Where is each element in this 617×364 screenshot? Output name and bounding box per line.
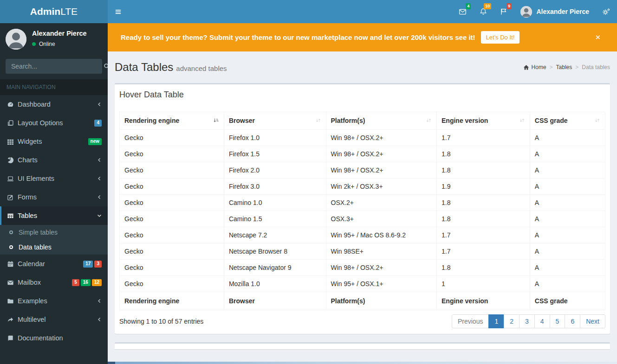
table-row: GeckoNetscape 7.2Win 95+ / Mac OS 8.6-9.… [120, 227, 605, 243]
sidebar-item-examples[interactable]: Examples [0, 292, 108, 310]
table-cell: Win 95+ / Mac OS 8.6-9.2 [326, 227, 436, 243]
box-body: Rendering engineBrowserPlatform(s)Engine… [115, 112, 610, 334]
examples-icon [7, 298, 14, 305]
column-header-browser[interactable]: Browser [224, 112, 326, 130]
home-icon [523, 64, 529, 70]
table-row: GeckoFirefox 1.0Win 98+ / OSX.2+1.7A [120, 130, 605, 146]
sidebar-item-tables[interactable]: Tables [0, 206, 108, 225]
layout-options-icon [7, 120, 14, 127]
page-button-previous[interactable]: Previous [452, 314, 489, 328]
avatar [520, 6, 532, 18]
page-subtitle: advanced tables [176, 64, 227, 72]
navbar: 4 10 9 Alexander Pierce [108, 0, 617, 23]
table-cell: Gecko [120, 260, 224, 276]
table-footer-row: Showing 1 to 10 of 57 entries Previous12… [119, 314, 605, 328]
table-cell: A [530, 130, 605, 146]
forms-icon [7, 194, 14, 201]
table-row: GeckoMozilla 1.0Win 95+ / OSX.1+1A [120, 276, 605, 292]
table-cell: Mozilla 1.0 [224, 276, 326, 292]
menu-badge: 4 [94, 120, 102, 127]
breadcrumb-link-home[interactable]: Home [523, 64, 546, 70]
sidebar-subitem-data-tables[interactable]: Data tables [0, 240, 108, 255]
sidebar-item-multilevel[interactable]: Multilevel [0, 310, 108, 329]
table-cell: 1.8 [437, 260, 530, 276]
sidebar-item-documentation[interactable]: Documentation [0, 329, 108, 347]
hamburger-icon [115, 8, 122, 15]
tables-icon [7, 212, 14, 219]
sidebar-item-calendar[interactable]: Calendar173 [0, 255, 108, 273]
sidebar-item-label: Tables [18, 212, 97, 219]
sidebar-item-mailbox[interactable]: Mailbox51612 [0, 273, 108, 292]
messages-menu-button[interactable]: 4 [452, 0, 473, 23]
column-header-platform-s[interactable]: Platform(s) [326, 112, 436, 130]
table-cell: A [530, 211, 605, 227]
table-cell: Gecko [120, 179, 224, 195]
table-row: GeckoFirefox 2.0Win 98+ / OSX.2+1.8A [120, 162, 605, 179]
control-sidebar-button[interactable] [596, 0, 617, 23]
sidebar-item-forms[interactable]: Forms [0, 188, 108, 206]
sidebar-item-dashboard[interactable]: Dashboard [0, 95, 108, 114]
table-cell: Gecko [120, 195, 224, 211]
data-table: Rendering engineBrowserPlatform(s)Engine… [119, 112, 605, 310]
table-cell: A [530, 162, 605, 179]
notifications-menu-button[interactable]: 10 [473, 0, 494, 23]
table-cell: OSX.2+ [326, 195, 436, 211]
page-button-1[interactable]: 1 [488, 314, 504, 328]
sidebar-item-charts[interactable]: Charts [0, 151, 108, 169]
brand-logo[interactable]: AdminLTE [0, 0, 108, 23]
breadcrumb-link-tables[interactable]: Tables [556, 64, 572, 70]
table-cell: Camino 1.5 [224, 211, 326, 227]
user-status[interactable]: Online [32, 41, 87, 47]
column-header-rendering-engine[interactable]: Rendering engine [120, 112, 224, 130]
chevron-left-icon [97, 195, 102, 199]
lets-do-it-button[interactable]: Let's Do It! [481, 31, 520, 44]
page-button-2[interactable]: 2 [504, 314, 520, 328]
footer-column-browser: Browser [224, 292, 326, 310]
table-row: GeckoCamino 1.5OSX.3+1.8A [120, 211, 605, 227]
table-row: GeckoCamino 1.0OSX.2+1.8A [120, 195, 605, 211]
table-cell: Netscape Navigator 9 [224, 260, 326, 276]
page-button-5[interactable]: 5 [550, 314, 565, 328]
sidebar-item-label: Layout Options [18, 119, 94, 127]
chevron-left-icon [97, 102, 102, 107]
column-header-css-grade[interactable]: CSS grade [530, 112, 605, 130]
sort-both-icon [315, 117, 321, 123]
content-header: Data Tablesadvanced tables HomeTablesDat… [108, 51, 617, 83]
page-button-4[interactable]: 4 [534, 314, 550, 328]
sidebar-subitem-label: Data tables [19, 243, 52, 251]
sidebar-item-layout-options[interactable]: Layout Options4 [0, 114, 108, 132]
sidebar-item-ui-elements[interactable]: UI Elements [0, 169, 108, 188]
sidebar-toggle-button[interactable] [108, 0, 128, 23]
table-cell: A [530, 260, 605, 276]
table-cell: Gecko [120, 211, 224, 227]
menu-badge: 17 [83, 261, 93, 268]
sidebar-subitem-simple-tables[interactable]: Simple tables [0, 225, 108, 240]
footer-column-engine-version: Engine version [437, 292, 530, 310]
banner-close-button[interactable]: × [592, 31, 604, 44]
footer-column-platform-s: Platform(s) [326, 292, 436, 310]
tasks-menu-button[interactable]: 9 [494, 0, 514, 23]
user-menu-button[interactable]: Alexander Pierce [514, 0, 596, 23]
page-button-3[interactable]: 3 [519, 314, 535, 328]
table-cell: 1.8 [437, 146, 530, 162]
table-row: GeckoFirefox 1.5Win 98+ / OSX.2+1.8A [120, 146, 605, 162]
column-header-engine-version[interactable]: Engine version [437, 112, 530, 130]
gears-icon [602, 8, 611, 15]
search-button[interactable] [101, 59, 108, 74]
documentation-icon [7, 335, 14, 342]
table-header-row: Rendering engineBrowserPlatform(s)Engine… [120, 112, 605, 130]
menu-badge: 12 [92, 279, 102, 286]
user-name: Alexander Pierce [536, 8, 589, 15]
sidebar-item-widgets[interactable]: Widgetsnew [0, 132, 108, 151]
sort-both-icon [519, 117, 525, 123]
breadcrumb-label: Tables [556, 64, 572, 70]
sidebar-item-label: Mailbox [18, 279, 72, 286]
page-button-6[interactable]: 6 [565, 314, 580, 328]
column-header-label: CSS grade [535, 117, 568, 124]
table-cell: Firefox 2.0 [224, 162, 326, 179]
box-title: Hover Data Table [119, 90, 605, 100]
table-cell: Firefox 1.5 [224, 146, 326, 162]
page-button-next[interactable]: Next [580, 314, 605, 328]
search-input[interactable] [6, 59, 101, 74]
sidebar-subitem-label: Simple tables [19, 229, 58, 236]
